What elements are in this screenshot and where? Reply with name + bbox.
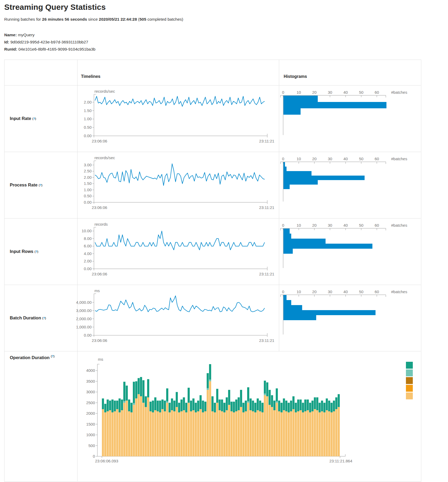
stack-segment-3 <box>273 401 275 410</box>
id-value: 9d0dd219-995d-423e-b97d-36931110bb27 <box>10 40 88 44</box>
y-tick-label: 0.50 <box>84 125 92 130</box>
y-tick-label: 2000 <box>86 411 95 416</box>
stack-segment-3 <box>188 388 190 403</box>
stack-segment-3 <box>185 403 187 412</box>
stack-segment-1 <box>166 403 168 456</box>
histogram-bar <box>283 162 285 167</box>
hist-tick-label: 50 <box>359 157 364 161</box>
stack-segment-3 <box>269 390 271 405</box>
stack-segment-3 <box>266 382 268 396</box>
stack-segment-1 <box>183 410 185 456</box>
stack-segment-3 <box>166 389 168 401</box>
stack-segment-3 <box>159 401 161 413</box>
stack-segment-2 <box>207 388 209 390</box>
stack-segment-3 <box>178 403 180 412</box>
stack-segment-1 <box>202 412 204 456</box>
y-tick-label: 500 <box>88 443 95 448</box>
timeline-line <box>95 296 265 312</box>
stack-segment-3 <box>171 399 173 410</box>
stack-segment-3 <box>304 400 306 412</box>
operation-duration-chart: ms4000350030002500200015001000500023:06:… <box>86 357 413 463</box>
y-tick-label: 0.50 <box>84 194 92 198</box>
stack-segment-1 <box>107 411 109 456</box>
histogram-bar <box>283 239 325 244</box>
y-tick-label: 2.00 <box>84 175 92 180</box>
histogram-bar <box>283 244 372 249</box>
stack-segment-3 <box>314 397 316 409</box>
stack-segment-1 <box>219 410 221 456</box>
stack-segment-1 <box>257 410 259 456</box>
x-end-label: 23:11:21.864 <box>329 459 352 463</box>
input-rows-row-charts: records10.008.006.004.002.000.0023:06:06… <box>82 222 407 276</box>
id-label: Id: <box>4 40 9 44</box>
stack-segment-1 <box>197 411 199 456</box>
stack-segment-1 <box>121 410 123 456</box>
legend-swatch-1 <box>406 362 413 369</box>
stack-segment-1 <box>128 411 130 456</box>
stack-segment-3 <box>145 396 147 407</box>
query-runid-row: RunId: 04e101e6-8bf8-4165-9099-9104c951b… <box>4 46 96 53</box>
status-paren: ( <box>137 17 139 21</box>
stack-segment-1 <box>250 410 252 456</box>
stack-segment-1 <box>240 407 242 456</box>
stack-segment-1 <box>245 411 247 456</box>
stack-segment-1 <box>119 412 121 456</box>
stack-segment-3 <box>235 400 237 412</box>
stack-segment-3 <box>223 403 225 412</box>
stack-segment-1 <box>190 411 192 456</box>
stack-segment-3 <box>292 396 295 409</box>
stack-segment-1 <box>152 412 154 456</box>
stack-segment-1 <box>223 412 225 456</box>
stack-segment-2 <box>133 403 135 405</box>
status-count: 505 <box>139 17 146 21</box>
stack-segment-3 <box>300 400 302 410</box>
hist-tick-label: 30 <box>328 223 332 227</box>
stack-segment-3 <box>335 397 337 409</box>
stack-segment-3 <box>200 395 202 409</box>
stack-segment-3 <box>278 401 280 412</box>
stack-segment-3 <box>297 400 299 412</box>
stack-segment-1 <box>228 405 230 456</box>
runid-label: RunId: <box>4 47 17 51</box>
hist-axis-unit-label: #batches <box>391 90 407 95</box>
status-mid: since <box>87 17 99 21</box>
stack-segment-1 <box>247 403 249 456</box>
stack-segment-1 <box>135 399 137 457</box>
y-tick-label: 0.00 <box>84 266 92 271</box>
stack-segment-3 <box>133 382 135 403</box>
stack-segment-1 <box>114 411 116 456</box>
hist-tick-label: 10 <box>297 90 301 95</box>
stack-segment-1 <box>126 401 128 456</box>
stack-segment-1 <box>214 412 216 456</box>
hist-tick-label: 20 <box>312 289 317 294</box>
stack-segment-3 <box>173 401 175 412</box>
histogram-bar <box>283 315 316 320</box>
query-id-row: Id: 9d0dd219-995d-423e-b97d-36931110bb27 <box>4 38 96 46</box>
y-tick-label: 1,000.00 <box>76 325 92 329</box>
x-end-label: 23:11:21 <box>259 272 274 276</box>
histogram-bar <box>283 295 287 300</box>
x-start-label: 23:06:06 <box>92 139 107 143</box>
stack-segment-3 <box>190 401 192 412</box>
histogram-bar <box>283 171 311 176</box>
y-tick-label: 3500 <box>86 379 95 383</box>
hist-tick-label: 40 <box>343 90 348 95</box>
stack-segment-1 <box>157 411 159 456</box>
stack-segment-3 <box>176 392 178 407</box>
timeline-line <box>95 164 265 185</box>
timeline-unit-label: ms <box>98 357 103 362</box>
stack-segment-1 <box>226 410 228 456</box>
stack-segment-1 <box>297 411 299 456</box>
y-tick-label: 2.50 <box>84 169 92 173</box>
stack-segment-1 <box>319 412 321 456</box>
stack-segment-3 <box>195 403 197 412</box>
y-tick-label: 4.00 <box>84 251 92 256</box>
stack-segment-1 <box>259 411 261 456</box>
histogram-bar <box>283 185 290 189</box>
timeline-line <box>95 96 265 106</box>
hist-tick-label: 50 <box>359 289 364 294</box>
stack-segment-1 <box>145 407 147 456</box>
stack-segment-3 <box>247 387 249 401</box>
stack-segment-1 <box>123 403 125 456</box>
stack-segment-1 <box>331 412 333 456</box>
